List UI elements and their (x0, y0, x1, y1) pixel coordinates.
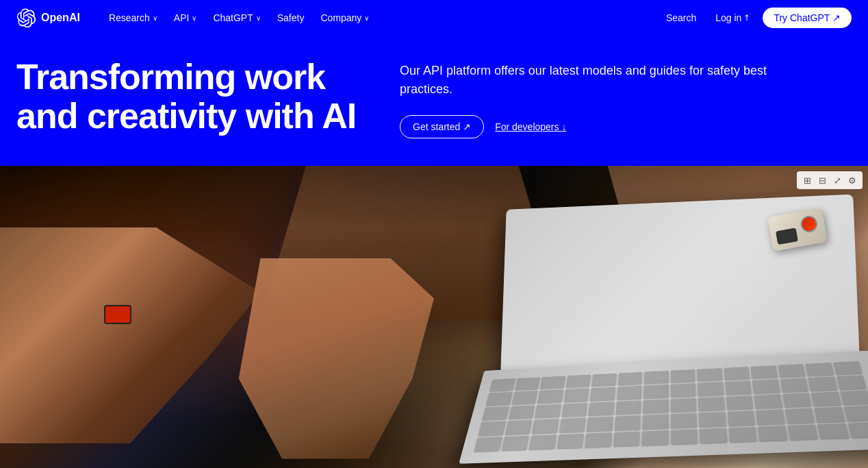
phone-circle (800, 214, 819, 234)
hand-left-shape (0, 227, 260, 443)
phone-camera (776, 227, 798, 245)
keyboard-key (833, 361, 863, 375)
search-button[interactable]: Search (659, 8, 703, 27)
keyboard-key (643, 399, 669, 413)
laptop (492, 241, 868, 468)
keyboard-key (535, 404, 561, 418)
keyboard-key (528, 434, 557, 449)
keyboard-key (808, 377, 837, 391)
keyboard-key (585, 432, 612, 447)
image-toolbar: ⊞ ⊟ ⤢ ⚙ (797, 171, 863, 189)
keyboard-key (616, 386, 641, 399)
keyboard-key (756, 409, 784, 424)
keyboard-key (843, 406, 868, 421)
hero-description: Our API platform offers our latest model… (400, 62, 783, 99)
keyboard-key (557, 433, 584, 448)
keyboard-key (837, 375, 867, 390)
hero-image: ⊞ ⊟ ⤢ ⚙ (0, 166, 868, 468)
keyboard-key (670, 383, 695, 397)
keyboard-key (780, 378, 808, 393)
company-chevron-icon: ∨ (364, 14, 369, 22)
keyboard-key (724, 367, 750, 380)
keyboard-key (671, 413, 698, 428)
keyboard-key (474, 436, 502, 452)
keyboard-key (778, 364, 806, 378)
keyboard-key (698, 382, 724, 396)
keyboard-key (670, 398, 696, 412)
keyboard-key (787, 424, 818, 440)
keyboard-key (728, 427, 757, 443)
keyboard-key (698, 397, 725, 411)
hero-title: Transforming work and creativity with AI (16, 58, 372, 136)
keyboard-key (750, 365, 778, 379)
brand-name: OpenAI (41, 12, 80, 24)
nav-item-chatgpt[interactable]: ChatGPT ∨ (206, 8, 267, 27)
keyboard-key (814, 407, 845, 422)
keyboard-key (508, 405, 535, 419)
keyboard-key (847, 422, 868, 438)
keyboard-key (590, 387, 615, 401)
keyboard-keys (468, 356, 868, 457)
keyboard-key (817, 423, 849, 439)
nav-item-research[interactable]: Research ∨ (102, 8, 164, 27)
get-started-button[interactable]: Get started ↗ (400, 115, 484, 138)
keyboard-key (805, 362, 834, 376)
keyboard-key (482, 406, 509, 421)
keyboard-key (501, 435, 529, 450)
keyboard-key (726, 395, 753, 410)
keyboard-key (784, 408, 815, 423)
keyboard-key (642, 414, 668, 429)
nav-item-api[interactable]: API ∨ (167, 8, 204, 27)
brand-logo[interactable]: OpenAI (16, 8, 80, 27)
keyboard-key (515, 377, 541, 390)
layout-icon[interactable]: ⊟ (816, 174, 828, 186)
keyboard-key (614, 415, 641, 430)
keyboard-key (478, 421, 505, 436)
try-chatgpt-button[interactable]: Try ChatGPT ↗ (763, 8, 852, 28)
keyboard-key (561, 403, 588, 417)
keyboard-key (758, 426, 787, 441)
keyboard-key (725, 381, 752, 395)
keyboard-key (532, 419, 559, 433)
keyboard-key (559, 418, 585, 433)
navbar: OpenAI Research ∨ API ∨ ChatGPT ∨ Safety… (0, 0, 868, 36)
keyboard-key (670, 369, 695, 383)
keyboard-key (563, 389, 589, 402)
keyboard-key (727, 410, 755, 426)
keyboard-key (644, 371, 669, 384)
keyboard-key (699, 412, 726, 427)
keyboard-key (537, 390, 563, 404)
keyboard-key (588, 402, 614, 416)
nav-item-company[interactable]: Company ∨ (314, 8, 376, 27)
keyboard-key (617, 372, 642, 386)
keyboard-key (671, 429, 698, 445)
keyboard-key (489, 378, 515, 391)
login-button[interactable]: Log in ↗ (709, 8, 757, 27)
keyboard-key (587, 417, 613, 432)
keyboard-key (591, 373, 617, 386)
settings-icon[interactable]: ⚙ (846, 174, 858, 186)
keyboard-key (643, 384, 669, 398)
keyboard-key (752, 380, 780, 394)
keyboard-key (697, 368, 722, 382)
expand-icon[interactable]: ⤢ (831, 174, 843, 186)
keyboard-key (641, 430, 668, 446)
for-developers-button[interactable]: For developers ↓ (495, 121, 566, 132)
research-chevron-icon: ∨ (153, 14, 157, 22)
keyboard-key (615, 400, 641, 415)
keyboard-key (700, 428, 728, 443)
keyboard-key (505, 420, 532, 434)
hero-title-area: Transforming work and creativity with AI (16, 58, 372, 136)
chatgpt-chevron-icon: ∨ (256, 14, 261, 22)
keyboard-key (840, 390, 868, 405)
keyboard-key (540, 376, 565, 389)
hero-desc-area: Our API platform offers our latest model… (400, 58, 852, 138)
hero-photo-bg (0, 166, 868, 468)
nav-links: Research ∨ API ∨ ChatGPT ∨ Safety Compan… (102, 8, 659, 27)
nav-item-safety[interactable]: Safety (270, 8, 311, 27)
keyboard-key (486, 392, 513, 406)
keyboard-key (613, 431, 640, 446)
grid-icon[interactable]: ⊞ (801, 174, 813, 186)
openai-logo-icon (16, 8, 36, 27)
keyboard-key (811, 391, 841, 406)
